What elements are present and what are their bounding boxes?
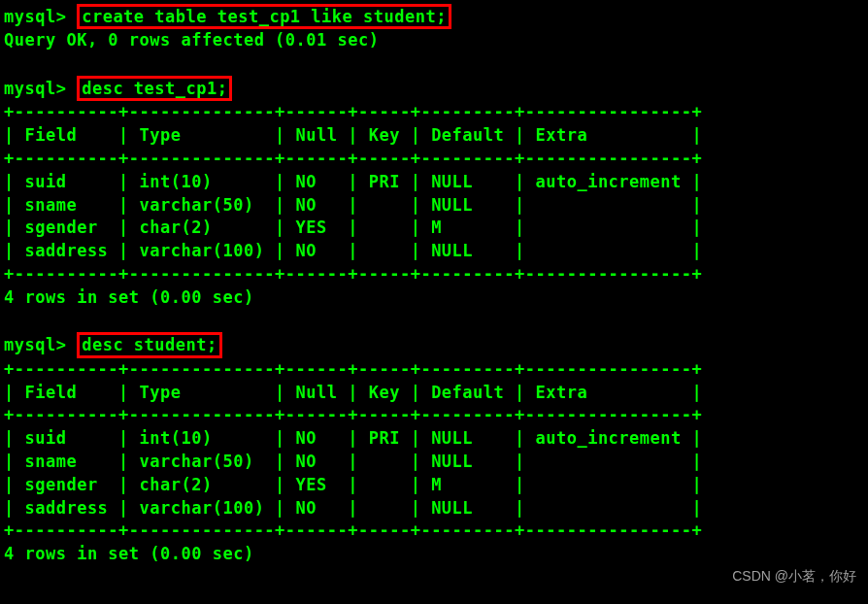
table-header-row: | Field | Type | Null | Key | Default | … [4, 382, 864, 405]
table-row: | saddress | varchar(100) | NO | | NULL … [4, 240, 864, 263]
table-row: | suid | int(10) | NO | PRI | NULL | aut… [4, 171, 864, 194]
table-row: | sgender | char(2) | YES | | M | | [4, 474, 864, 497]
table-border-bottom: +----------+--------------+------+-----+… [4, 263, 864, 286]
csdn-watermark: CSDN @小茗，你好 [732, 567, 856, 587]
table-border-mid: +----------+--------------+------+-----+… [4, 148, 864, 171]
table-row: | saddress | varchar(100) | NO | | NULL … [4, 497, 864, 520]
table-header-row: | Field | Type | Null | Key | Default | … [4, 124, 864, 148]
table-border-bottom: +----------+--------------+------+-----+… [4, 520, 864, 543]
sql-desc-test-cp1-command: desc test_cp1; [77, 76, 232, 101]
table-row: | sname | varchar(50) | NO | | NULL | | [4, 194, 864, 218]
sql-desc-student-command: desc student; [77, 332, 222, 357]
table-border-top: +----------+--------------+------+-----+… [4, 358, 864, 382]
blank-line [4, 310, 864, 333]
sql-create-table-command: create table test_cp1 like student; [77, 4, 451, 29]
blank-line [4, 52, 864, 76]
rows-in-set: 4 rows in set (0.00 sec) [4, 543, 864, 566]
table-border-mid: +----------+--------------+------+-----+… [4, 404, 864, 427]
mysql-prompt: mysql> [4, 335, 66, 354]
command-line-2: mysql> desc test_cp1; [4, 76, 864, 101]
rows-in-set: 4 rows in set (0.00 sec) [4, 286, 864, 310]
command-line-3: mysql> desc student; [4, 332, 864, 357]
table-row: | sname | varchar(50) | NO | | NULL | | [4, 451, 864, 474]
mysql-prompt: mysql> [4, 7, 66, 26]
table-border-top: +----------+--------------+------+-----+… [4, 101, 864, 124]
command-line-1: mysql> create table test_cp1 like studen… [4, 4, 864, 29]
table-row: | suid | int(10) | NO | PRI | NULL | aut… [4, 427, 864, 451]
table-row: | sgender | char(2) | YES | | M | | [4, 217, 864, 240]
mysql-prompt: mysql> [4, 79, 66, 98]
query-ok-response: Query OK, 0 rows affected (0.01 sec) [4, 29, 864, 52]
